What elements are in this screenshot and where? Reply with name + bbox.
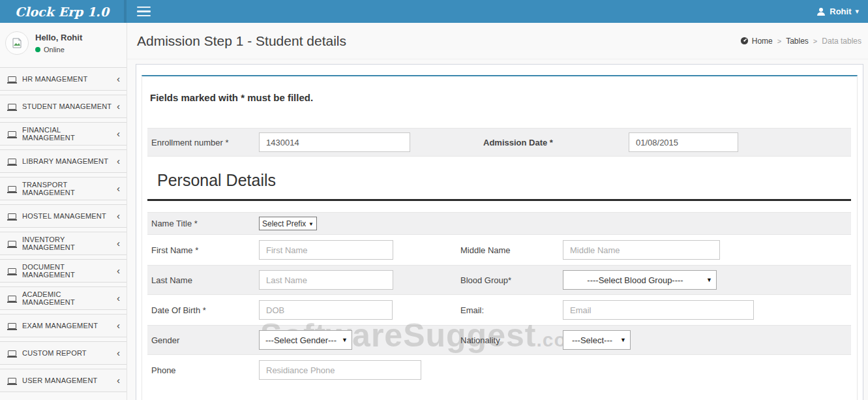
name-title-row: Name Title * Select Prefix ▼ — [147, 212, 851, 235]
enrollment-row: Enrollment number * Admission Date * — [147, 128, 851, 157]
top-navbar: Clock Erp 1.0 Rohit ▾ — [0, 0, 868, 23]
sidebar-item-custom-report[interactable]: CUSTOM REPORT‹ — [0, 341, 127, 365]
sidebar-item-financial-management[interactable]: FINANCIAL MANAGEMENT‹ — [0, 122, 127, 146]
middle-name-label: Middle Name — [460, 245, 563, 255]
required-fields-note: Fields marked with * must be filled. — [150, 92, 857, 103]
monitor-icon — [8, 323, 16, 329]
chevron-left-icon: ‹ — [114, 103, 120, 110]
phone-label: Phone — [151, 365, 259, 375]
phone-row: Phone — [147, 355, 851, 385]
sidebar-item-library-management[interactable]: LIBRARY MANAGEMENT‹ — [0, 149, 127, 173]
email-label: Email: — [460, 305, 563, 315]
online-dot-icon — [35, 47, 40, 52]
avatar — [5, 31, 29, 55]
monitor-icon — [8, 131, 16, 137]
nationality-label: Nationality — [460, 335, 563, 345]
first-middle-name-row: First Name * Middle Name — [147, 235, 851, 265]
sidebar-item-exam-management[interactable]: EXAM MANAGEMENT‹ — [0, 314, 127, 337]
last-name-input[interactable] — [259, 270, 393, 290]
sidebar-user-panel: Hello, Rohit Online — [0, 23, 127, 63]
monitor-icon — [8, 213, 16, 219]
chevron-left-icon: ‹ — [114, 322, 120, 329]
admission-date-input[interactable] — [629, 132, 738, 152]
online-status: Online — [35, 46, 82, 54]
monitor-icon — [8, 378, 16, 384]
hamburger-icon — [137, 15, 151, 17]
email-input[interactable] — [563, 300, 754, 320]
nationality-select[interactable]: ---Select--- — [563, 330, 631, 350]
page-title: Admission Step 1 - Student details — [137, 33, 346, 49]
phone-input[interactable] — [259, 360, 421, 380]
enrollment-number-input[interactable] — [259, 132, 410, 152]
breadcrumb-separator: > — [813, 37, 817, 45]
sidebar-item-transport-management[interactable]: TRANSPORT MANAGEMENT‹ — [0, 177, 127, 200]
personal-details-heading: Personal Details — [157, 171, 851, 190]
broken-image-icon — [11, 37, 23, 49]
admission-form-panel: SoftwareSuggest.com Fields marked with *… — [142, 75, 858, 400]
chevron-left-icon: ‹ — [114, 377, 120, 384]
section-divider — [147, 199, 851, 201]
navbar-main: Rohit ▾ — [124, 0, 868, 23]
monitor-icon — [8, 296, 16, 301]
breadcrumb-current: Data tables — [822, 37, 861, 46]
chevron-left-icon: ‹ — [114, 185, 120, 192]
monitor-icon — [8, 186, 16, 192]
enrollment-number-label: Enrollment number * — [151, 138, 259, 147]
monitor-icon — [8, 104, 16, 110]
chevron-left-icon: ‹ — [114, 131, 120, 137]
monitor-icon — [8, 159, 16, 164]
user-menu[interactable]: Rohit ▾ — [816, 7, 859, 16]
monitor-icon — [8, 76, 16, 82]
blood-group-label: Blood Group* — [460, 275, 563, 285]
sidebar-toggle-button[interactable] — [133, 0, 155, 23]
last-name-label: Last Name — [151, 275, 259, 285]
blood-group-select[interactable]: ----Select Blood Group---- — [563, 270, 717, 290]
sidebar-item-user-management[interactable]: USER MANAGEMENT‹ — [0, 369, 127, 392]
sidebar-item-hr-management[interactable]: HR MANAGEMENT‹ — [0, 67, 127, 91]
dob-label: Date Of Birth * — [151, 305, 259, 315]
hamburger-icon — [137, 10, 151, 12]
chevron-left-icon: ‹ — [114, 213, 120, 219]
chevron-left-icon: ‹ — [114, 268, 120, 274]
user-icon — [816, 7, 826, 16]
monitor-icon — [8, 350, 16, 356]
app-logo[interactable]: Clock Erp 1.0 — [0, 0, 124, 23]
middle-name-input[interactable] — [563, 240, 720, 260]
chevron-left-icon: ‹ — [114, 350, 120, 356]
breadcrumb-separator: > — [777, 37, 781, 45]
chevron-left-icon: ‹ — [114, 240, 120, 247]
dob-input[interactable] — [259, 300, 393, 320]
sidebar: Hello, Rohit Online HR MANAGEMENT‹ STUDE… — [0, 23, 127, 400]
chevron-left-icon: ‹ — [114, 295, 120, 301]
sidebar-menu: HR MANAGEMENT‹ STUDENT MANAGEMENT‹ FINAN… — [0, 67, 127, 392]
sidebar-item-document-management[interactable]: DOCUMENT MANAGEMENT‹ — [0, 259, 127, 283]
chevron-left-icon: ‹ — [114, 76, 120, 82]
sidebar-item-hostel-management[interactable]: HOSTEL MANAGEMENT‹ — [0, 204, 127, 228]
content-header: Admission Step 1 - Student details Home … — [127, 23, 868, 59]
name-title-label: Name Title * — [151, 219, 259, 228]
sidebar-greeting: Hello, Rohit — [35, 33, 82, 42]
sidebar-item-inventory-management[interactable]: INVENTORY MANAGEMENT‹ — [0, 232, 127, 255]
first-name-input[interactable] — [259, 240, 393, 260]
dashboard-icon — [740, 37, 749, 45]
breadcrumb: Home > Tables > Data tables — [740, 37, 861, 46]
chevron-left-icon: ‹ — [114, 158, 120, 164]
user-name: Rohit — [830, 7, 851, 16]
breadcrumb-home[interactable]: Home — [740, 37, 773, 46]
main-content: Admission Step 1 - Student details Home … — [127, 23, 868, 400]
monitor-icon — [8, 268, 16, 274]
first-name-label: First Name * — [151, 245, 259, 255]
hamburger-icon — [137, 7, 151, 8]
chevron-down-icon: ▾ — [855, 7, 859, 16]
lastname-bloodgroup-row: Last Name Blood Group* ----Select Blood … — [147, 265, 851, 295]
online-status-label: Online — [44, 46, 65, 54]
admission-box: SoftwareSuggest.com Fields marked with *… — [136, 64, 863, 400]
sidebar-item-academic-management[interactable]: ACADEMIC MANAGEMENT‹ — [0, 286, 127, 310]
sidebar-item-student-management[interactable]: STUDENT MANAGEMENT‹ — [0, 95, 127, 118]
monitor-icon — [8, 241, 16, 247]
admission-date-label: Admission Date * — [483, 138, 629, 147]
breadcrumb-tables[interactable]: Tables — [786, 37, 809, 46]
name-title-select[interactable]: Select Prefix — [259, 217, 317, 230]
gender-select[interactable]: ---Select Gender--- — [259, 330, 352, 350]
gender-label: Gender — [151, 335, 259, 345]
